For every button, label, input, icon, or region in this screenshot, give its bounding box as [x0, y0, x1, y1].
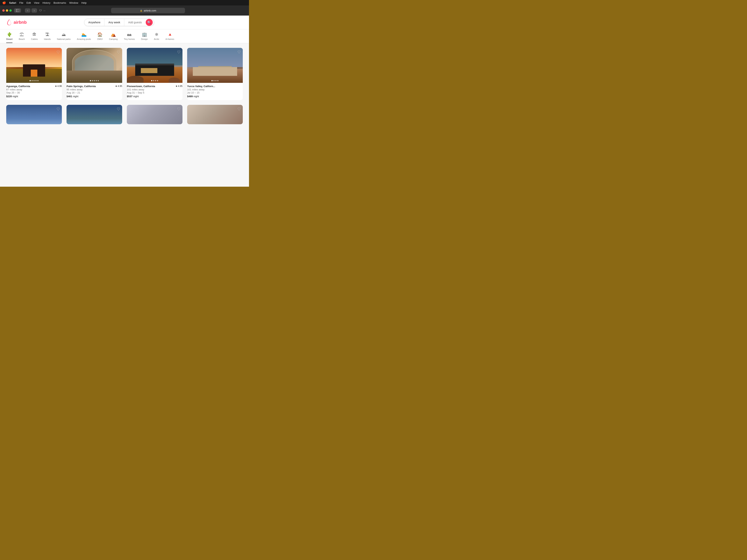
listing-dates-pioneertown: Aug 31 – Sep 5	[127, 91, 182, 94]
window-menu[interactable]: Window	[69, 1, 78, 4]
listing-card-r2-3[interactable]: ♡	[127, 105, 182, 124]
listing-image-pioneertown: ♡	[127, 48, 182, 83]
browser-extras-left: 🛡 ···	[39, 9, 46, 12]
listing-dates-aguanga: Sep 25 – 30	[6, 91, 62, 94]
airbnb-logo[interactable]: airbnb	[6, 19, 27, 25]
traffic-lights	[2, 9, 12, 12]
listing-rating-aguanga: ★ 4.96	[55, 85, 62, 87]
view-menu[interactable]: View	[34, 1, 40, 4]
safari-menu[interactable]: Safari	[9, 1, 16, 4]
wishlist-button-aguanga[interactable]: ♡	[56, 50, 60, 54]
category-item-arctic[interactable]: ❄Arctic	[154, 32, 159, 43]
forward-button[interactable]: ›	[31, 8, 37, 12]
category-item-a-frames[interactable]: 🔺A-frames	[165, 32, 174, 43]
category-item-omg[interactable]: 🏠OMG!	[97, 32, 103, 43]
sidebar-toggle-button[interactable]	[14, 8, 21, 12]
listing-image-aguanga: ♡	[6, 48, 62, 83]
category-item-amazing-pools[interactable]: 🏊Amazing pools	[77, 32, 91, 43]
listing-card-r2-1[interactable]: ♡	[6, 105, 62, 124]
listing-price-pioneertown: $537 night	[127, 95, 182, 98]
islands-icon: 🏝	[45, 32, 49, 37]
mac-menubar: 🍎 Safari File Edit View History Bookmark…	[0, 0, 249, 5]
listing-price-palm-springs: $461 night	[67, 95, 122, 98]
tiny-homes-icon: 🏘	[127, 32, 131, 37]
category-item-design[interactable]: 🏢Design	[141, 32, 148, 43]
close-button[interactable]	[2, 9, 5, 12]
fullscreen-button[interactable]	[9, 9, 12, 12]
listings-grid-row2: ♡ ♡ ♡ ♡	[6, 105, 243, 124]
listing-card-r2-4[interactable]: ♡	[187, 105, 243, 124]
listing-image-palm-springs: ♡	[67, 48, 122, 83]
add-guests-pill[interactable]: Add guests	[124, 19, 146, 26]
shield-icon: 🛡	[39, 9, 42, 12]
a-frames-label: A-frames	[165, 38, 174, 40]
omg-label: OMG!	[97, 38, 103, 40]
listing-info-palm-springs: Palm Springs, California ★ 4.95 95 miles…	[67, 83, 122, 100]
listing-distance-palm-springs: 95 miles away	[67, 88, 122, 91]
listing-distance-yucca-valley: 101 miles away	[187, 88, 243, 91]
category-item-national-parks[interactable]: ⛰National parks	[57, 32, 71, 43]
category-item-islands[interactable]: 🏝Islands	[44, 32, 51, 43]
airbnb-website: airbnb Anywhere Any week Add guests 🔍 🌵D…	[0, 16, 249, 187]
listing-card-r2-2[interactable]: ♡	[67, 105, 122, 124]
listing-card-palm-springs[interactable]: ♡ Palm Springs, California ★ 4.95	[67, 48, 122, 100]
cabins-label: Cabins	[31, 38, 38, 40]
category-item-tiny-homes[interactable]: 🏘Tiny homes	[124, 32, 135, 43]
url-display[interactable]: airbnb.com	[144, 9, 156, 12]
carousel-dots-aguanga	[30, 80, 38, 81]
desert-label: Desert	[6, 38, 12, 40]
category-item-desert[interactable]: 🌵Desert	[6, 32, 12, 43]
listing-rating-pioneertown: ★ 4.95	[176, 85, 182, 87]
bookmarks-menu[interactable]: Bookmarks	[53, 1, 66, 4]
listing-card-yucca-valley[interactable]: ♡ Yucca Valley, Californ... 101 miles aw…	[187, 48, 243, 100]
beach-label: Beach	[19, 38, 25, 40]
category-item-camping[interactable]: ⛺Camping	[109, 32, 118, 43]
islands-label: Islands	[44, 38, 51, 40]
arctic-icon: ❄	[155, 32, 158, 37]
listing-card-aguanga[interactable]: ♡ Aguanga, California ★ 4.96	[6, 48, 62, 100]
camping-label: Camping	[109, 38, 118, 40]
listing-price-yucca-valley: $489 night	[187, 95, 243, 98]
apple-menu[interactable]: 🍎	[2, 1, 6, 4]
wishlist-button-yucca-valley[interactable]: ♡	[237, 50, 241, 54]
wishlist-button-r2-2[interactable]: ♡	[117, 107, 120, 111]
history-menu[interactable]: History	[43, 1, 50, 4]
anywhere-pill[interactable]: Anywhere	[84, 19, 104, 26]
listing-info-yucca-valley: Yucca Valley, Californ... 101 miles away…	[187, 83, 243, 100]
listing-location-aguanga: Aguanga, California	[6, 85, 30, 88]
browser-navigation: ‹ ›	[25, 8, 37, 12]
national-parks-label: National parks	[57, 38, 71, 40]
design-icon: 🏢	[142, 32, 147, 37]
carousel-dots-yucca-valley	[211, 80, 218, 81]
back-button[interactable]: ‹	[25, 8, 30, 12]
listing-distance-pioneertown: 101 miles away	[127, 88, 182, 91]
beach-icon: ⛱	[20, 32, 24, 37]
address-bar[interactable]: 🔒 airbnb.com	[111, 8, 185, 13]
listing-card-pioneertown[interactable]: ♡ Pioneertown, California ★ 4.95	[127, 48, 182, 100]
edit-menu[interactable]: Edit	[26, 1, 31, 4]
help-menu[interactable]: Help	[81, 1, 86, 4]
listing-rating-palm-springs: ★ 4.95	[115, 85, 122, 87]
search-button[interactable]: 🔍	[146, 19, 153, 26]
listing-info-aguanga: Aguanga, California ★ 4.96 87 miles away…	[6, 83, 62, 100]
search-bar: Anywhere Any week Add guests 🔍	[84, 19, 154, 26]
extensions-icon[interactable]: ···	[43, 9, 46, 12]
wishlist-button-r2-1[interactable]: ♡	[56, 107, 60, 111]
wishlist-button-pioneertown[interactable]: ♡	[177, 50, 181, 54]
wishlist-button-r2-3[interactable]: ♡	[177, 107, 181, 111]
category-item-cabins[interactable]: 🏚Cabins	[31, 32, 38, 43]
any-week-pill[interactable]: Any week	[104, 19, 124, 26]
wishlist-button-palm-springs[interactable]: ♡	[117, 50, 120, 54]
file-menu[interactable]: File	[19, 1, 23, 4]
browser-chrome: ‹ › 🛡 ··· 🔒 airbnb.com	[0, 5, 249, 16]
a-frames-icon: 🔺	[167, 32, 173, 37]
wishlist-button-r2-4[interactable]: ♡	[237, 107, 241, 111]
category-navigation: 🌵Desert⛱Beach🏚Cabins🏝Islands⛰National pa…	[0, 29, 249, 43]
category-item-beach[interactable]: ⛱Beach	[19, 32, 25, 43]
listing-dates-palm-springs: Aug 16 – 21	[67, 91, 122, 94]
address-bar-container: 🔒 airbnb.com	[49, 8, 247, 13]
lock-icon: 🔒	[140, 9, 143, 12]
airbnb-header: airbnb Anywhere Any week Add guests 🔍	[0, 16, 249, 29]
cabins-icon: 🏚	[32, 32, 36, 37]
minimize-button[interactable]	[6, 9, 8, 12]
